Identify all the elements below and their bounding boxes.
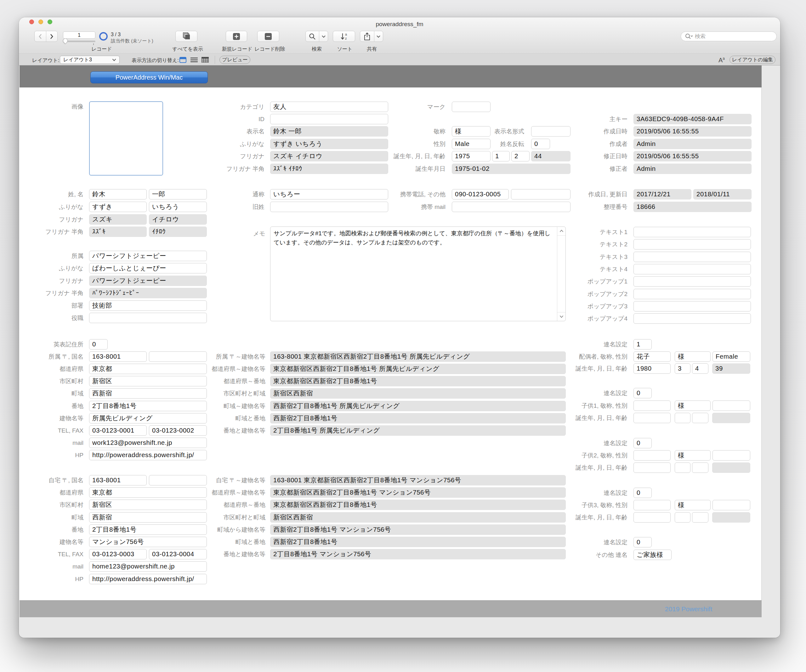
field-child1-2[interactable]: 様 (675, 400, 710, 411)
record-slider-track[interactable] (65, 41, 96, 42)
text-size-button[interactable]: Aa (718, 56, 725, 64)
table-view-button[interactable] (202, 57, 209, 63)
field-work_mail[interactable]: work123@powershift.ne.jp (89, 438, 207, 448)
field-keitai-1[interactable]: 090-0123-0005 (452, 189, 509, 199)
minimize-button[interactable] (38, 20, 43, 24)
field-popup1[interactable] (633, 276, 751, 287)
field-child1_birth-3[interactable] (692, 413, 709, 423)
table-view-icon (202, 57, 209, 63)
label-text4: テキスト4 (549, 264, 628, 274)
field-yakushoku[interactable] (89, 313, 207, 323)
label-work_pref: 都道府県 (33, 364, 83, 374)
field-child1-3[interactable] (712, 400, 750, 411)
field-work_hp[interactable]: http://poweraddress.powershift.jp/ (89, 450, 207, 460)
field-home_tel-1[interactable]: 03-0123-0003 (89, 549, 147, 559)
quick-search-input[interactable]: 検索 (681, 31, 777, 41)
edit-layout-button[interactable]: レイアウトの編集 (730, 56, 775, 64)
plus-icon (233, 33, 240, 40)
field-spouse_birth-2[interactable]: 3 (675, 363, 690, 374)
field-popup2[interactable] (633, 289, 751, 299)
field-spouse-2[interactable]: 様 (675, 351, 710, 362)
field-shozoku[interactable]: パワーシフトジェーピー (89, 251, 207, 261)
field-child2-2[interactable]: 様 (675, 450, 710, 461)
field-child2_birth-2[interactable] (675, 463, 690, 473)
field-birth-1[interactable]: 1975 (452, 151, 491, 161)
field-child2-1[interactable] (633, 450, 671, 461)
label-keisho: 敬称 (367, 126, 446, 137)
new-record-button[interactable] (226, 31, 247, 42)
field-renmei5[interactable]: 0 (633, 537, 652, 547)
field-work_tel-1[interactable]: 03-0123-0001 (89, 425, 147, 436)
field-child1_birth-1[interactable] (633, 413, 671, 423)
show-all-button[interactable] (175, 31, 197, 42)
contact-image-box[interactable] (89, 101, 163, 176)
footer-credit-link[interactable]: 2019 Powershift (641, 605, 736, 613)
field-eihyoki[interactable]: 0 (89, 339, 108, 349)
field-child3_birth-2[interactable] (675, 512, 690, 522)
find-button[interactable] (306, 31, 328, 42)
field-renmei1[interactable]: 1 (633, 339, 652, 349)
field-child3-3[interactable] (712, 500, 750, 510)
field-text3[interactable] (633, 252, 751, 262)
field-mark[interactable] (452, 102, 491, 112)
field-text2[interactable] (633, 239, 751, 249)
field-home_zip-1[interactable]: 163-8001 (89, 475, 147, 486)
list-view-button[interactable] (190, 57, 198, 63)
field-text1[interactable] (633, 227, 751, 237)
field-sonota_renmei[interactable]: ご家族様 (633, 550, 672, 560)
window-title: poweraddress_fm (19, 21, 780, 28)
found-set-ring-icon[interactable] (99, 32, 108, 41)
field-home_hp[interactable]: http://poweraddress.powershift.jp/ (89, 574, 207, 584)
field-child3-1[interactable] (633, 500, 671, 510)
label-home_hp: HP (33, 574, 83, 584)
label-yakushoku: 役職 (33, 313, 83, 323)
field-spouse-3[interactable]: Female (712, 351, 750, 362)
sort-button[interactable]: a z (333, 31, 355, 42)
poweraddress-banner-button[interactable]: PowerAddress Win/Mac (90, 71, 208, 83)
field-child3-2[interactable]: 様 (675, 500, 710, 510)
field-child1_birth-2[interactable] (675, 413, 690, 423)
share-button[interactable] (360, 31, 383, 42)
field-renmei2[interactable]: 0 (633, 388, 652, 398)
field-child2_birth-1[interactable] (633, 463, 671, 473)
record-number-field[interactable]: 1 (63, 31, 96, 39)
form-view-button[interactable] (180, 57, 187, 63)
field-furigana_name-1[interactable]: すずき (89, 202, 147, 212)
field-child2-3[interactable] (712, 450, 750, 461)
next-record-button[interactable] (46, 33, 58, 40)
field-spouse_birth-3[interactable]: 4 (692, 363, 709, 374)
zoom-button[interactable] (48, 20, 52, 24)
preview-button[interactable]: プレビュー (220, 56, 250, 64)
field-renmei3[interactable]: 0 (633, 438, 652, 448)
field-birth-3[interactable]: 2 (511, 151, 530, 161)
field-text4[interactable] (633, 264, 751, 274)
field-child3_birth-3[interactable] (692, 512, 709, 522)
field-spouse-1[interactable]: 花子 (633, 351, 671, 362)
delete-record-button[interactable] (257, 31, 279, 42)
field-work_zip-1[interactable]: 163-8001 (89, 351, 147, 362)
field-child3_birth-1[interactable] (633, 512, 671, 522)
field-spouse_birth-1[interactable]: 1980 (633, 363, 671, 374)
field-record_id[interactable] (270, 114, 388, 124)
label-home_banchi_bld: 番地と建物名等 (187, 549, 266, 559)
label-seibetsu: 性別 (367, 139, 446, 149)
field-busho[interactable]: 技術部 (89, 300, 207, 311)
layout-selector[interactable]: レイアウト3 (60, 56, 120, 64)
field-shozoku_furigana[interactable]: ぱわーしふとじぇーぴー (89, 263, 207, 273)
find-dropdown[interactable] (319, 35, 328, 38)
memo-field[interactable]: サンプルデータ#1です。地図検索および郵便番号検索の例として、東京都庁の住所（〒… (270, 227, 566, 321)
close-button[interactable] (29, 20, 34, 24)
label-renmei5: 連名設定 (549, 537, 628, 547)
field-seimei_hanten[interactable]: 0 (531, 139, 550, 149)
field-child2_birth-3[interactable] (692, 463, 709, 473)
field-sei_mei-1[interactable]: 鈴木 (89, 189, 147, 199)
field-popup4[interactable] (633, 313, 751, 324)
field-home_mail[interactable]: home123@powershift.ne.jp (89, 561, 207, 572)
share-dropdown[interactable] (374, 35, 383, 38)
field-child1-1[interactable] (633, 400, 671, 411)
previous-record-button[interactable] (35, 33, 46, 40)
field-birth-2[interactable]: 1 (492, 151, 510, 161)
field-renmei4[interactable]: 0 (633, 488, 652, 498)
label-text2: テキスト2 (549, 239, 628, 249)
field-popup3[interactable] (633, 301, 751, 311)
